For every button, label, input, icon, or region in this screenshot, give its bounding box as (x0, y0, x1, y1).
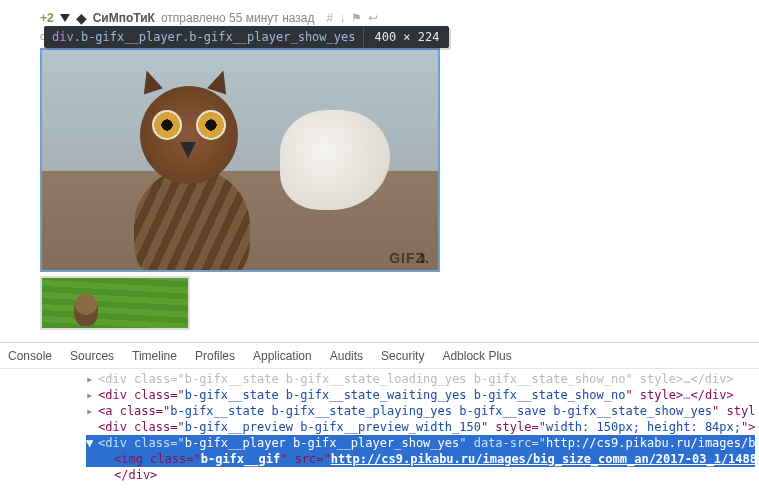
gif-player[interactable]: GIFZ. ⬇ (40, 48, 440, 272)
gif-preview[interactable] (40, 276, 190, 330)
dom-row[interactable]: </div> (86, 467, 755, 483)
tab-adblock[interactable]: Adblock Plus (442, 349, 511, 363)
devtools-tabbar: Console Sources Timeline Profiles Applic… (0, 343, 759, 369)
inspector-tooltip: div.b-gifx__player.b-gifx__player_show_y… (44, 26, 449, 48)
save-icon[interactable]: ↓ (339, 11, 345, 25)
tab-application[interactable]: Application (253, 349, 312, 363)
avatar-icon[interactable]: ◆ (76, 10, 87, 26)
tab-audits[interactable]: Audits (330, 349, 363, 363)
dom-row[interactable]: <div class="b-gifx__preview b-gifx__prev… (86, 419, 755, 435)
tab-timeline[interactable]: Timeline (132, 349, 177, 363)
permalink-icon[interactable]: # (327, 11, 334, 25)
devtools-panel: Console Sources Timeline Profiles Applic… (0, 342, 759, 502)
rating-score: +2 (40, 11, 54, 25)
gif-save-icon[interactable]: ⬇ (414, 252, 432, 266)
dom-row[interactable]: ▸<a class="b-gifx__state b-gifx__state_p… (86, 403, 755, 419)
tab-console[interactable]: Console (8, 349, 52, 363)
dom-row-selected[interactable]: ▼<div class="b-gifx__player b-gifx__play… (86, 435, 755, 451)
tooltip-selector: div.b-gifx__player.b-gifx__player_show_y… (44, 26, 363, 48)
dom-row-child[interactable]: <img class="b-gifx__gif" src="http://cs9… (86, 451, 755, 467)
reply-icon[interactable]: ↩ (368, 11, 378, 25)
dom-row[interactable]: ▸<div class="b-gifx__state b-gifx__state… (86, 387, 755, 403)
dom-tree[interactable]: ▸<div class="b-gifx__state b-gifx__state… (0, 369, 759, 487)
dom-row[interactable]: ▸<div class="b-gifx__state b-gifx__state… (86, 371, 755, 387)
mini-owl-icon (74, 294, 98, 326)
vote-down-icon[interactable] (60, 14, 70, 22)
sent-time: отправлено 55 минут назад (161, 11, 315, 25)
tab-security[interactable]: Security (381, 349, 424, 363)
tooltip-dimensions: 400 × 224 (363, 26, 449, 48)
owl-illustration (120, 82, 280, 272)
tab-profiles[interactable]: Profiles (195, 349, 235, 363)
tab-sources[interactable]: Sources (70, 349, 114, 363)
flag-icon[interactable]: ⚑ (351, 11, 362, 25)
post-header: +2 ◆ СиМпоТиК отправлено 55 минут назад … (40, 10, 759, 26)
username-link[interactable]: СиМпоТиК (93, 11, 155, 25)
